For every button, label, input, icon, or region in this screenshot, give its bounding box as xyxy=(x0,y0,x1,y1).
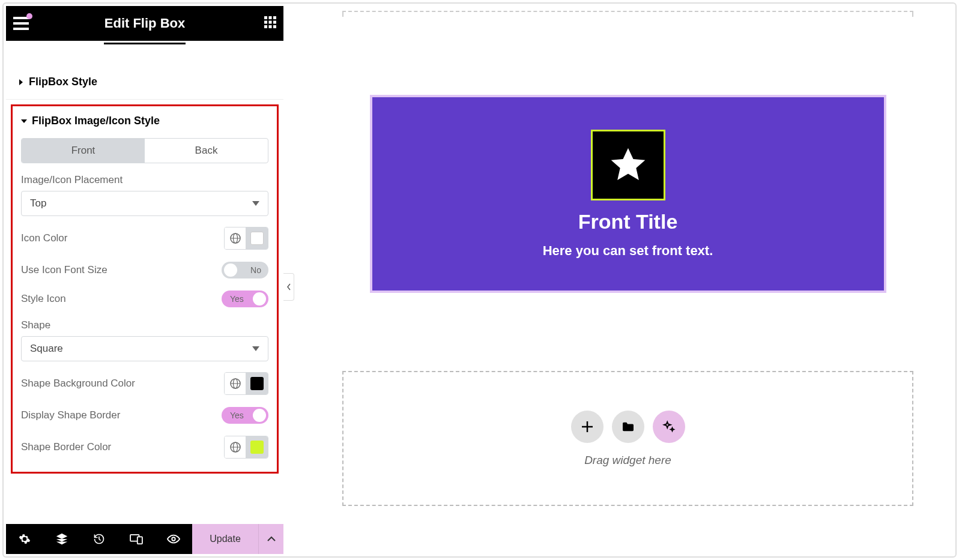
section-flipbox-style[interactable]: FlipBox Style xyxy=(6,65,283,100)
shape-bg-picker xyxy=(224,372,268,395)
settings-icon[interactable] xyxy=(6,533,43,545)
globe-icon xyxy=(230,233,241,244)
toggle-text-yes: Yes xyxy=(230,411,244,420)
control-icon-color: Icon Color xyxy=(21,227,268,250)
front-back-tabs: Front Back xyxy=(21,138,268,163)
use-font-size-toggle[interactable]: No xyxy=(222,262,268,278)
svg-point-27 xyxy=(172,537,175,541)
preview-icon[interactable] xyxy=(155,534,192,544)
star-icon xyxy=(607,145,649,185)
section-title-flipbox-style: FlipBox Style xyxy=(29,76,97,88)
section-image-icon-style: FlipBox Image/Icon Style Front Back Imag… xyxy=(11,104,279,474)
tab-front[interactable]: Front xyxy=(22,139,145,163)
plus-icon xyxy=(581,420,594,433)
shape-select[interactable]: Square xyxy=(21,336,268,361)
style-icon-label: Style Icon xyxy=(21,293,66,305)
preview-canvas: Front Title Here you can set front text.… xyxy=(305,6,951,554)
toggle-knob xyxy=(253,409,266,422)
chevron-down-icon xyxy=(252,346,259,351)
shape-value: Square xyxy=(30,343,63,355)
control-style-icon: Style Icon Yes xyxy=(21,291,268,307)
control-shape: Shape Square xyxy=(21,319,268,361)
icon-color-swatch-inner xyxy=(250,232,264,245)
shape-bg-swatch[interactable] xyxy=(246,373,268,394)
tab-back[interactable]: Back xyxy=(145,139,268,163)
editor-topbar: Edit Flip Box xyxy=(6,6,283,41)
footer-toolbar xyxy=(6,524,192,554)
svg-rect-10 xyxy=(269,25,272,28)
placement-label: Image/Icon Placement xyxy=(21,174,268,186)
use-font-size-label: Use Icon Font Size xyxy=(21,264,107,276)
toggle-knob xyxy=(224,263,237,277)
editor-footer: Update xyxy=(6,524,283,554)
svg-rect-8 xyxy=(273,21,276,24)
sparkle-icon xyxy=(662,420,676,433)
shape-bg-label: Shape Background Color xyxy=(21,378,135,390)
svg-rect-7 xyxy=(269,21,272,24)
control-shape-bg: Shape Background Color xyxy=(21,372,268,395)
style-icon-toggle[interactable]: Yes xyxy=(222,291,268,307)
toggle-text-yes: Yes xyxy=(230,294,244,304)
border-color-swatch[interactable] xyxy=(246,436,268,458)
global-color-button[interactable] xyxy=(225,373,246,394)
control-placement: Image/Icon Placement Top xyxy=(21,174,268,216)
template-library-button[interactable] xyxy=(612,411,644,443)
drop-zone-text: Drag widget here xyxy=(584,454,671,467)
border-color-swatch-inner xyxy=(250,441,264,454)
border-color-picker xyxy=(224,436,268,459)
global-color-button[interactable] xyxy=(225,436,246,458)
control-border-color: Shape Border Color xyxy=(21,436,268,459)
flipbox-text: Here you can set front text. xyxy=(543,243,713,259)
shape-bg-swatch-inner xyxy=(250,377,264,390)
control-use-font-size: Use Icon Font Size No xyxy=(21,262,268,278)
globe-icon xyxy=(230,378,241,389)
toggle-knob xyxy=(253,292,266,306)
collapse-sidebar-button[interactable] xyxy=(283,273,294,301)
display-border-toggle[interactable]: Yes xyxy=(222,407,268,424)
add-widget-button[interactable] xyxy=(571,411,604,443)
menu-icon[interactable] xyxy=(13,17,29,30)
icon-color-picker xyxy=(224,227,268,250)
svg-rect-4 xyxy=(269,16,272,19)
chevron-down-icon xyxy=(252,201,259,206)
global-color-button[interactable] xyxy=(225,227,246,249)
svg-rect-9 xyxy=(264,25,267,28)
widget-drop-zone[interactable]: Drag widget here xyxy=(342,371,913,506)
caret-right-icon xyxy=(18,79,24,85)
editor-sidebar: Edit Flip Box FlipBox Style FlipBox Imag… xyxy=(6,6,283,554)
chevron-up-icon xyxy=(267,536,276,542)
ai-generate-button[interactable] xyxy=(653,411,685,443)
page-title: Edit Flip Box xyxy=(6,16,283,31)
widgets-grid-icon[interactable] xyxy=(264,16,276,31)
update-button[interactable]: Update xyxy=(192,524,258,554)
globe-icon xyxy=(230,442,241,453)
svg-rect-11 xyxy=(273,25,276,28)
flipbox-widget[interactable]: Front Title Here you can set front text. xyxy=(370,95,886,293)
border-color-label: Shape Border Color xyxy=(21,441,111,453)
flipbox-title: Front Title xyxy=(578,210,678,233)
section-drop-indicator[interactable] xyxy=(342,11,913,17)
drop-zone-buttons xyxy=(571,411,685,443)
navigator-icon[interactable] xyxy=(43,532,80,546)
responsive-icon[interactable] xyxy=(118,534,155,544)
svg-rect-1 xyxy=(13,22,29,25)
svg-rect-6 xyxy=(264,21,267,24)
chevron-left-icon xyxy=(286,283,291,291)
display-border-label: Display Shape Border xyxy=(21,409,120,421)
svg-marker-18 xyxy=(252,346,259,351)
svg-rect-3 xyxy=(264,16,267,19)
history-icon[interactable] xyxy=(80,533,118,545)
svg-marker-12 xyxy=(19,79,23,85)
update-options-button[interactable] xyxy=(258,524,283,554)
placement-value: Top xyxy=(30,197,46,209)
icon-color-swatch[interactable] xyxy=(246,227,268,249)
toggle-text-no: No xyxy=(250,265,261,275)
svg-marker-13 xyxy=(21,119,27,123)
caret-down-icon xyxy=(21,118,27,124)
section-title-image-icon: FlipBox Image/Icon Style xyxy=(32,115,160,127)
section-header-image-icon[interactable]: FlipBox Image/Icon Style xyxy=(21,115,268,127)
placement-select[interactable]: Top xyxy=(21,191,268,216)
control-display-border: Display Shape Border Yes xyxy=(21,407,268,424)
shape-label: Shape xyxy=(21,319,268,331)
flipbox-icon-container xyxy=(591,130,665,200)
